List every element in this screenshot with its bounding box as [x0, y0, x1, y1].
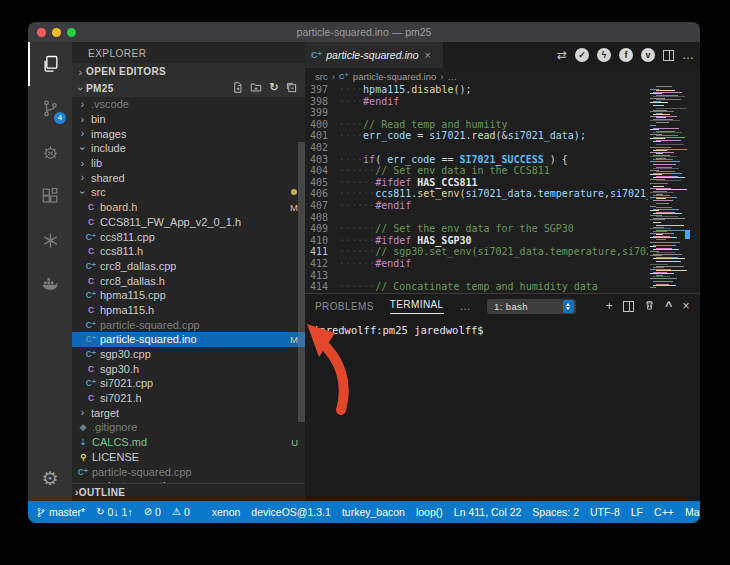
status-utf-8[interactable]: UTF-8: [590, 506, 620, 518]
tree-file-crc8_dallas.cpp[interactable]: C⁺crc8_dallas.cpp: [72, 259, 305, 274]
activity-source-control[interactable]: 4: [28, 86, 72, 130]
status-turkey-bacon[interactable]: turkey_bacon: [342, 506, 405, 518]
breadcrumb-file[interactable]: particle-squared.ino: [353, 71, 436, 82]
new-terminal-icon[interactable]: +: [606, 300, 613, 312]
tree-file-particle-squared.ino[interactable]: C⁺particle-squared.inoM: [72, 332, 305, 347]
breadcrumb-symbol[interactable]: …: [447, 71, 457, 82]
code-line-413[interactable]: 413: [305, 270, 648, 282]
tab-close-icon[interactable]: ×: [424, 49, 430, 61]
tree-folder-src[interactable]: ›src: [72, 185, 305, 200]
code-line-398[interactable]: 398····#endif: [305, 96, 648, 108]
terminal-select[interactable]: 1: bash: [487, 299, 576, 314]
settings-gear-icon[interactable]: ⚙: [28, 461, 72, 495]
tree-file-ccs811.cpp[interactable]: C⁺ccs811.cpp: [72, 229, 305, 244]
status-spaces-2[interactable]: Spaces: 2: [532, 506, 579, 518]
code-line-405[interactable]: 405······#ifdef HAS_CCS811: [305, 177, 648, 189]
particle-compile-check-icon[interactable]: ✓: [575, 48, 589, 62]
tree-file-hpma115.cpp[interactable]: C⁺hpma115.cpp: [72, 288, 305, 303]
code-line-400[interactable]: 400····// Read temp and humiity: [305, 119, 648, 131]
particle-function-icon[interactable]: f: [619, 48, 633, 62]
breadcrumb-src[interactable]: src: [315, 71, 328, 82]
status-master[interactable]: master*: [36, 506, 85, 518]
tab-particle-squared-ino[interactable]: C⁺ particle-squared.ino ×: [305, 42, 443, 68]
tree-file-particle-squared.cpp[interactable]: C⁺particle-squared.cpp: [72, 317, 305, 332]
breadcrumb[interactable]: src › C⁺ particle-squared.ino › …: [305, 68, 700, 84]
sidebar-scrollbar[interactable]: [298, 142, 305, 422]
project-section-pm25[interactable]: › PM25 ↻: [72, 80, 305, 97]
refresh-icon[interactable]: ↻: [269, 82, 279, 95]
tree-file-LICENSE[interactable]: ⚲LICENSE: [72, 450, 305, 465]
kill-terminal-icon[interactable]: [644, 299, 655, 313]
code-editor[interactable]: 397····hpma115.disable();398····#endif39…: [305, 84, 648, 293]
tree-file-particle-squared.cpp[interactable]: C⁺particle-squared.cpp: [72, 464, 305, 479]
status-ln-411-col-22[interactable]: Ln 411, Col 22: [454, 506, 522, 518]
status-lf[interactable]: LF: [631, 506, 643, 518]
title-bar[interactable]: particle-squared.ino — pm25: [28, 22, 700, 42]
tree-file-hpma115.h[interactable]: Chpma115.h: [72, 303, 305, 318]
code-line-404[interactable]: 404······// Set env data in the CCS811: [305, 165, 648, 177]
code-line-399[interactable]: 399: [305, 107, 648, 119]
tree-folder-lib[interactable]: ›lib: [72, 156, 305, 171]
code-line-406[interactable]: 406······ccs811.set_env(si7021_data.temp…: [305, 188, 648, 200]
code-line-412[interactable]: 412······#endif: [305, 258, 648, 270]
activity-explorer[interactable]: [28, 42, 72, 86]
split-terminal-icon[interactable]: [623, 301, 634, 312]
code-line-408[interactable]: 408: [305, 212, 648, 224]
activity-extensions[interactable]: [28, 174, 72, 218]
outline-section[interactable]: › OUTLINE: [72, 483, 305, 501]
tree-folder-include[interactable]: ›include: [72, 141, 305, 156]
tree-file-sgp30.cpp[interactable]: C⁺sgp30.cpp: [72, 347, 305, 362]
cpp-file-icon: C⁺: [85, 349, 97, 359]
compare-changes-icon[interactable]: ⇄: [557, 48, 567, 62]
tree-folder-target[interactable]: ›target: [72, 405, 305, 420]
collapse-all-icon[interactable]: [286, 82, 297, 95]
code-line-411[interactable]: 411······// sgp30.set_env(si7021_data.te…: [305, 246, 648, 258]
activity-docker[interactable]: [28, 262, 72, 306]
split-editor-icon[interactable]: [663, 50, 674, 61]
tree-folder-.vscode[interactable]: ›.vscode: [72, 97, 305, 112]
status-0-1[interactable]: ↻0↓ 1↑: [96, 506, 133, 518]
open-editors-section[interactable]: › OPEN EDITORS: [72, 63, 305, 80]
minimap[interactable]: [650, 84, 690, 293]
terminal-content[interactable]: jaredwolff:pm25 jaredwolff$: [305, 318, 700, 501]
activity-particle-workbench[interactable]: [28, 218, 72, 262]
code-line-414[interactable]: 414······// Concatinate temp and humidit…: [305, 281, 648, 293]
tree-folder-shared[interactable]: ›shared: [72, 170, 305, 185]
status-loop[interactable]: loop(): [416, 506, 443, 518]
status-deviceos-1-3-1[interactable]: deviceOS@1.3.1: [251, 506, 331, 518]
code-line-407[interactable]: 407······#endif: [305, 200, 648, 212]
tree-file-CCS811_FW_App_v2_0_1.h[interactable]: CCCS811_FW_App_v2_0_1.h: [72, 215, 305, 230]
tab-problems[interactable]: PROBLEMS: [315, 301, 374, 312]
tree-file-crc8_dallas.h[interactable]: Ccrc8_dallas.h: [72, 273, 305, 288]
code-line-410[interactable]: 410······#ifdef HAS_SGP30: [305, 235, 648, 247]
status-c[interactable]: C++: [654, 506, 674, 518]
tree-file-ccs811.h[interactable]: Cccs811.h: [72, 244, 305, 259]
code-line-402[interactable]: 402: [305, 142, 648, 154]
tree-file-.gitignore[interactable]: ◆.gitignore: [72, 420, 305, 435]
activity-debug[interactable]: [28, 130, 72, 174]
close-panel-icon[interactable]: ×: [683, 300, 690, 312]
tree-folder-images[interactable]: ›images: [72, 126, 305, 141]
status-0[interactable]: ⚠0: [172, 506, 190, 518]
particle-flash-icon[interactable]: ϟ: [597, 48, 611, 62]
tree-file-CALCS.md[interactable]: ⇣CALCS.mdU: [72, 435, 305, 450]
status-xenon[interactable]: xenon: [212, 506, 241, 518]
tree-file-sgp30.h[interactable]: Csgp30.h: [72, 361, 305, 376]
code-line-401[interactable]: 401····err_code = si7021.read(&si7021_da…: [305, 130, 648, 142]
more-actions-icon[interactable]: …: [682, 48, 694, 62]
status-mac[interactable]: Mac: [685, 506, 700, 518]
tree-file-si7021.h[interactable]: Csi7021.h: [72, 391, 305, 406]
code-line-403[interactable]: 403····if( err_code == SI7021_SUCCESS ) …: [305, 154, 648, 166]
maximize-panel-icon[interactable]: ^: [665, 300, 672, 312]
status-0[interactable]: ⊘0: [144, 506, 161, 518]
particle-variable-icon[interactable]: v: [641, 48, 655, 62]
code-line-409[interactable]: 409······// Set the env data for the SGP…: [305, 223, 648, 235]
tab-terminal[interactable]: TERMINAL: [390, 299, 444, 314]
new-file-icon[interactable]: [232, 82, 243, 95]
tree-file-si7021.cpp[interactable]: C⁺si7021.cpp: [72, 376, 305, 391]
tree-file-board.h[interactable]: Cboard.hM: [72, 200, 305, 215]
tree-folder-bin[interactable]: ›bin: [72, 112, 305, 127]
code-line-397[interactable]: 397····hpma115.disable();: [305, 84, 648, 96]
panel-more-icon[interactable]: …: [460, 300, 471, 312]
new-folder-icon[interactable]: [250, 82, 262, 95]
